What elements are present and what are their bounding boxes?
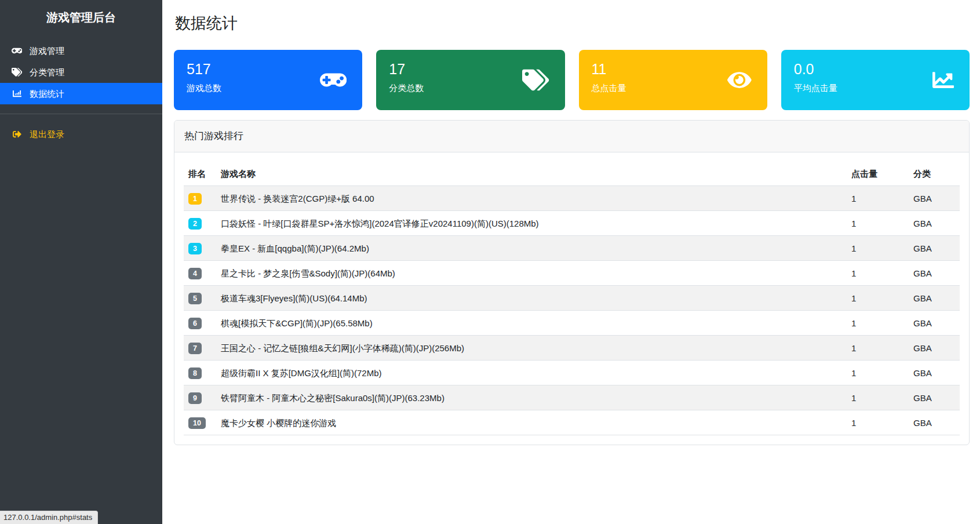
rank-badge: 3 <box>188 243 202 254</box>
rank-badge: 6 <box>188 318 202 329</box>
table-row: 7 王国之心 - 记忆之链[狼组&天幻网](小字体稀疏)(简)(JP)(256M… <box>184 336 960 361</box>
game-name-cell: 铁臂阿童木 - 阿童木心之秘密[Sakura0s](简)(JP)(63.23Mb… <box>216 385 847 410</box>
category-cell: GBA <box>909 336 960 361</box>
clicks-cell: 1 <box>847 361 909 385</box>
table-row: 2 口袋妖怪 - 叶绿[口袋群星SP+洛水惊鸿](2024官译修正v202411… <box>184 211 960 236</box>
game-name-cell: 星之卡比 - 梦之泉[伤雪&Sody](简)(JP)(64Mb) <box>216 261 847 286</box>
table-row: 6 棋魂[模拟天下&CGP](简)(JP)(65.58Mb) 1 GBA <box>184 311 960 336</box>
rank-cell: 9 <box>184 385 216 410</box>
rank-badge: 5 <box>188 293 202 304</box>
stat-card-total-games: 517 游戏总数 <box>174 50 362 110</box>
clicks-cell: 1 <box>847 385 909 410</box>
page-title: 数据统计 <box>175 13 970 34</box>
rank-badge: 7 <box>188 343 202 354</box>
rank-cell: 10 <box>184 410 216 435</box>
sign-out-icon <box>11 130 23 139</box>
game-name-cell: 超级街霸II X 复苏[DMG汉化组](简)(72Mb) <box>216 361 847 385</box>
chart-bar-icon <box>11 89 23 98</box>
ranking-panel-body: 排名 游戏名称 点击量 分类 1 世界传说 - 换装迷宫2(CGP)绿+版 64… <box>174 152 969 445</box>
game-name-cell: 棋魂[模拟天下&CGP](简)(JP)(65.58Mb) <box>216 311 847 336</box>
link-status-tooltip: 127.0.0.1/admin.php#stats <box>0 511 98 524</box>
category-cell: GBA <box>909 385 960 410</box>
gamepad-icon <box>320 70 347 91</box>
rank-cell: 4 <box>184 261 216 286</box>
logout-label: 退出登录 <box>30 128 64 140</box>
game-name-cell: 极道车魂3[Flyeyes](简)(US)(64.14Mb) <box>216 286 847 311</box>
category-cell: GBA <box>909 261 960 286</box>
game-name-cell: 魔卡少女樱 小樱牌的迷你游戏 <box>216 410 847 435</box>
game-name-cell: 世界传说 - 换装迷宫2(CGP)绿+版 64.00 <box>216 186 847 211</box>
category-cell: GBA <box>909 311 960 336</box>
table-row: 1 世界传说 - 换装迷宫2(CGP)绿+版 64.00 1 GBA <box>184 186 960 211</box>
table-row: 9 铁臂阿童木 - 阿童木心之秘密[Sakura0s](简)(JP)(63.23… <box>184 385 960 410</box>
tags-icon <box>11 68 23 77</box>
chart-line-icon <box>932 70 954 91</box>
category-cell: GBA <box>909 186 960 211</box>
rank-cell: 1 <box>184 186 216 211</box>
category-cell: GBA <box>909 236 960 261</box>
logout-button[interactable]: 退出登录 <box>0 123 162 145</box>
table-row: 4 星之卡比 - 梦之泉[伤雪&Sody](简)(JP)(64Mb) 1 GBA <box>184 261 960 286</box>
sidebar: 游戏管理后台 游戏管理 分类管理 数据统计 退出登录 <box>0 0 162 524</box>
stat-card-average-clicks: 0.0 平均点击量 <box>781 50 970 110</box>
sidebar-item-categories[interactable]: 分类管理 <box>0 61 162 83</box>
clicks-cell: 1 <box>847 186 909 211</box>
sidebar-item-stats[interactable]: 数据统计 <box>0 83 162 104</box>
app-title: 游戏管理后台 <box>0 0 162 25</box>
rank-badge: 10 <box>188 417 206 429</box>
clicks-cell: 1 <box>847 311 909 336</box>
rank-badge: 1 <box>188 193 202 205</box>
game-name-cell: 口袋妖怪 - 叶绿[口袋群星SP+洛水惊鸿](2024官译修正v20241109… <box>216 211 847 236</box>
rank-badge: 9 <box>188 392 202 404</box>
sidebar-item-label: 游戏管理 <box>30 45 64 57</box>
column-header-rank: 排名 <box>184 162 216 186</box>
sidebar-divider <box>0 114 162 114</box>
clicks-cell: 1 <box>847 410 909 435</box>
ranking-table: 排名 游戏名称 点击量 分类 1 世界传说 - 换装迷宫2(CGP)绿+版 64… <box>184 162 960 435</box>
sidebar-item-label: 分类管理 <box>30 66 64 78</box>
table-row: 5 极道车魂3[Flyeyes](简)(US)(64.14Mb) 1 GBA <box>184 286 960 311</box>
sidebar-item-label: 数据统计 <box>30 88 64 100</box>
rank-badge: 8 <box>188 367 202 379</box>
category-cell: GBA <box>909 410 960 435</box>
table-row: 8 超级街霸II X 复苏[DMG汉化组](简)(72Mb) 1 GBA <box>184 361 960 385</box>
stat-cards: 517 游戏总数 17 分类总数 11 总点击量 0.0 平均点击量 <box>174 50 970 110</box>
clicks-cell: 1 <box>847 336 909 361</box>
ranking-panel-title: 热门游戏排行 <box>174 121 969 152</box>
clicks-cell: 1 <box>847 261 909 286</box>
eye-icon <box>727 70 752 91</box>
clicks-cell: 1 <box>847 286 909 311</box>
category-cell: GBA <box>909 211 960 236</box>
clicks-cell: 1 <box>847 236 909 261</box>
column-header-game-name: 游戏名称 <box>216 162 847 186</box>
rank-cell: 2 <box>184 211 216 236</box>
table-header-row: 排名 游戏名称 点击量 分类 <box>184 162 960 186</box>
rank-cell: 3 <box>184 236 216 261</box>
tags-icon <box>522 70 549 91</box>
rank-cell: 8 <box>184 361 216 385</box>
rank-cell: 5 <box>184 286 216 311</box>
gamepad-icon <box>11 46 23 55</box>
main-content: 数据统计 517 游戏总数 17 分类总数 11 总点击量 0.0 平均点击量 <box>162 0 980 445</box>
stat-card-total-clicks: 11 总点击量 <box>579 50 767 110</box>
rank-badge: 2 <box>188 218 202 230</box>
rank-cell: 6 <box>184 311 216 336</box>
stat-card-total-categories: 17 分类总数 <box>376 50 564 110</box>
column-header-category: 分类 <box>909 162 960 186</box>
table-row: 3 拳皇EX - 新血[qqgba](简)(JP)(64.2Mb) 1 GBA <box>184 236 960 261</box>
category-cell: GBA <box>909 286 960 311</box>
ranking-table-body: 1 世界传说 - 换装迷宫2(CGP)绿+版 64.00 1 GBA 2 口袋妖… <box>184 186 960 435</box>
sidebar-menu: 游戏管理 分类管理 数据统计 退出登录 <box>0 40 162 145</box>
sidebar-item-games[interactable]: 游戏管理 <box>0 40 162 61</box>
game-name-cell: 拳皇EX - 新血[qqgba](简)(JP)(64.2Mb) <box>216 236 847 261</box>
rank-badge: 4 <box>188 268 202 279</box>
table-row: 10 魔卡少女樱 小樱牌的迷你游戏 1 GBA <box>184 410 960 435</box>
clicks-cell: 1 <box>847 211 909 236</box>
game-name-cell: 王国之心 - 记忆之链[狼组&天幻网](小字体稀疏)(简)(JP)(256Mb) <box>216 336 847 361</box>
column-header-clicks: 点击量 <box>847 162 909 186</box>
category-cell: GBA <box>909 361 960 385</box>
ranking-panel: 热门游戏排行 排名 游戏名称 点击量 分类 1 世界传说 - 换装迷宫2(CGP… <box>174 120 970 445</box>
rank-cell: 7 <box>184 336 216 361</box>
